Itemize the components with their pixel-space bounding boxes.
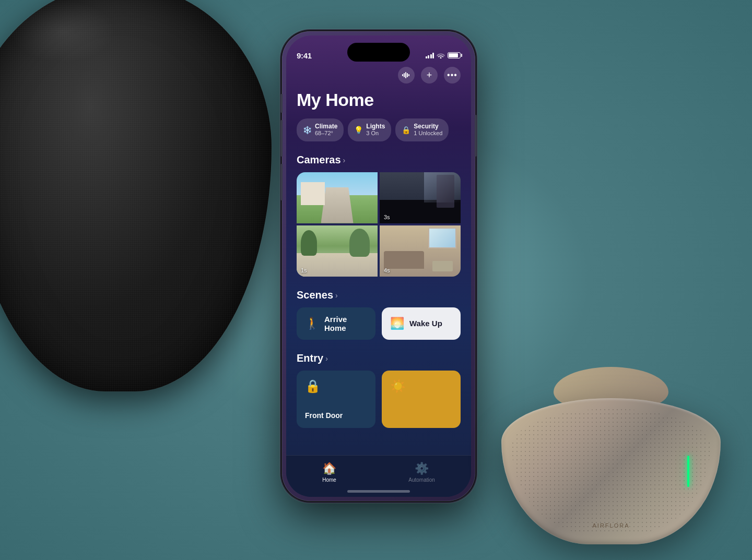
status-chips-row: ❄️ Climate 68–72° 💡 Lights 3 On xyxy=(297,118,461,141)
wake-up-icon: 🌅 xyxy=(390,317,404,330)
scenes-chevron-icon: › xyxy=(335,291,338,300)
security-value: 1 Unlocked xyxy=(414,130,442,137)
camera-grid: 3s 1s 4s xyxy=(297,172,461,277)
dynamic-island xyxy=(347,43,410,62)
voice-button[interactable] xyxy=(398,67,415,84)
security-label: Security xyxy=(414,123,442,130)
iphone-device: 9:41 xyxy=(282,31,475,501)
svg-rect-3 xyxy=(407,73,408,77)
battery-icon xyxy=(448,52,461,58)
arrive-home-icon: 🚶 xyxy=(305,317,319,330)
home-tab-label: Home xyxy=(322,477,336,483)
status-icons xyxy=(426,52,461,58)
climate-icon: ❄️ xyxy=(303,126,312,134)
entry-card-2[interactable]: ☀️ xyxy=(382,371,461,428)
automation-tab-icon: ⚙️ xyxy=(415,462,429,475)
cameras-section-header[interactable]: Cameras › xyxy=(297,154,461,166)
wake-up-scene-button[interactable]: 🌅 Wake Up xyxy=(382,307,461,340)
home-tab-icon: 🏠 xyxy=(322,462,336,475)
homepod-speaker xyxy=(0,0,292,412)
camera-3-timestamp: 1s xyxy=(301,267,307,273)
tab-home[interactable]: 🏠 Home xyxy=(322,462,336,483)
entry-chevron-icon: › xyxy=(325,354,328,363)
arrive-home-label: Arrive Home xyxy=(324,315,367,332)
iphone-screen: 9:41 xyxy=(286,35,471,497)
lights-icon: 💡 xyxy=(354,126,363,134)
airflora-led-indicator xyxy=(687,456,689,487)
airflora-body: AIRFLORA xyxy=(501,398,721,544)
entry-cards-row: 🔒 Front Door ☀️ xyxy=(297,371,461,428)
wifi-icon xyxy=(437,52,445,58)
camera-cell-2[interactable]: 3s xyxy=(380,172,461,223)
more-icon: ••• xyxy=(447,70,457,80)
lights-chip[interactable]: 💡 Lights 3 On xyxy=(348,118,391,141)
airflora-speaker: AIRFLORA xyxy=(501,367,721,544)
scenes-row: 🚶 Arrive Home 🌅 Wake Up xyxy=(297,307,461,340)
tab-automation[interactable]: ⚙️ Automation xyxy=(408,462,435,483)
camera-cell-3[interactable]: 1s xyxy=(297,225,378,277)
more-button[interactable]: ••• xyxy=(444,67,461,84)
app-content: + ••• My Home ❄️ Climate 68–72° xyxy=(286,67,471,497)
svg-rect-0 xyxy=(402,74,403,76)
add-icon: + xyxy=(427,70,432,81)
scenes-section-header[interactable]: Scenes › xyxy=(297,289,461,301)
climate-chip[interactable]: ❄️ Climate 68–72° xyxy=(297,118,344,141)
airflora-brand-label: AIRFLORA xyxy=(592,522,629,529)
iphone-mute-switch xyxy=(280,94,283,113)
entry-card-2-icon: ☀️ xyxy=(390,379,406,394)
cameras-title: Cameras xyxy=(297,154,341,166)
security-chip[interactable]: 🔒 Security 1 Unlocked xyxy=(395,118,449,141)
climate-label: Climate xyxy=(315,123,337,130)
page-title: My Home xyxy=(297,90,461,110)
security-icon: 🔒 xyxy=(402,126,410,134)
camera-2-timestamp: 3s xyxy=(384,214,390,220)
climate-value: 68–72° xyxy=(315,130,337,137)
cameras-chevron-icon: › xyxy=(343,156,346,164)
front-door-label: Front Door xyxy=(305,411,343,420)
iphone-power-button xyxy=(475,115,477,157)
lights-label: Lights xyxy=(366,123,385,130)
front-door-card[interactable]: 🔒 Front Door xyxy=(297,371,375,428)
scenes-title: Scenes xyxy=(297,289,333,301)
lights-value: 3 On xyxy=(366,130,385,137)
iphone-volume-up-button xyxy=(280,120,283,157)
add-button[interactable]: + xyxy=(421,67,438,84)
camera-4-timestamp: 4s xyxy=(384,267,390,273)
automation-tab-label: Automation xyxy=(408,477,435,483)
entry-title: Entry xyxy=(297,352,323,364)
svg-rect-4 xyxy=(408,74,409,76)
airflora-texture xyxy=(512,409,710,534)
camera-cell-4[interactable]: 4s xyxy=(380,225,461,277)
home-indicator xyxy=(347,490,410,493)
svg-rect-1 xyxy=(404,73,405,77)
app-toolbar: + ••• xyxy=(297,67,461,84)
camera-cell-1[interactable] xyxy=(297,172,378,223)
entry-section-header[interactable]: Entry › xyxy=(297,352,461,364)
wake-up-label: Wake Up xyxy=(409,319,442,328)
iphone-volume-down-button xyxy=(280,164,283,200)
status-time: 9:41 xyxy=(297,51,312,60)
front-door-lock-icon: 🔒 xyxy=(305,379,321,394)
svg-rect-2 xyxy=(405,72,406,78)
signal-icon xyxy=(426,52,434,58)
arrive-home-scene-button[interactable]: 🚶 Arrive Home xyxy=(297,307,375,340)
